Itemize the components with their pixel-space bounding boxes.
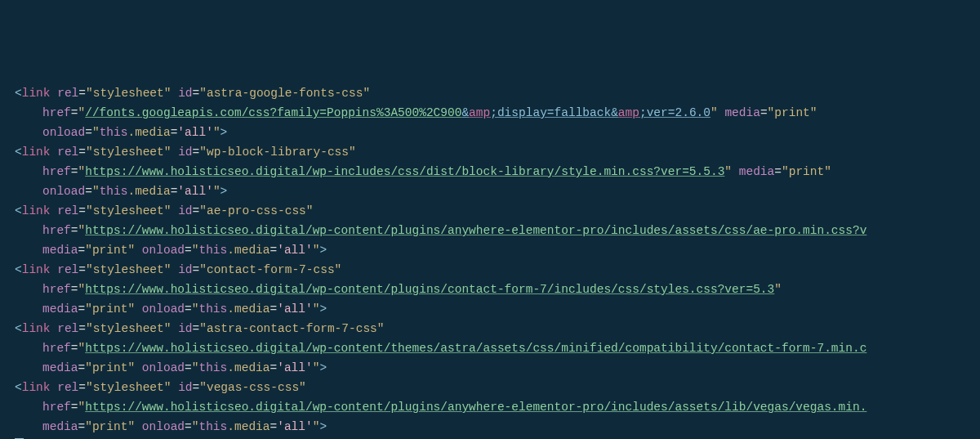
code-line: <link rel="stylesheet" id="wp-block-libr… <box>0 142 980 162</box>
code-line: href="https://www.holisticseo.digital/wp… <box>0 280 980 299</box>
code-line: <link rel="stylesheet" id="ae-pro-css-cs… <box>0 201 980 221</box>
code-line: <link rel="stylesheet" id="astra-contact… <box>0 319 980 338</box>
code-line: href="https://www.holisticseo.digital/wp… <box>0 338 980 358</box>
code-line: <link rel="stylesheet" id="contact-form-… <box>0 260 980 280</box>
code-line: href="https://www.holisticseo.digital/wp… <box>0 397 980 417</box>
code-editor[interactable]: <link rel="stylesheet" id="astra-google-… <box>0 83 980 439</box>
code-line: href="//fonts.googleapis.com/css?family=… <box>0 103 980 123</box>
code-line: media="print" onload="this.media='all'"> <box>0 417 980 437</box>
code-line: href="https://www.holisticseo.digital/wp… <box>0 221 980 240</box>
code-line: media="print" onload="this.media='all'"> <box>0 358 980 378</box>
code-line: media="print" onload="this.media='all'"> <box>0 299 980 319</box>
code-line: href="https://www.holisticseo.digital/wp… <box>0 162 980 181</box>
code-line: <link rel="stylesheet" id="astra-google-… <box>0 83 980 103</box>
code-line: <link rel="stylesheet" id="vegas-css-css… <box>0 378 980 397</box>
code-line: onload="this.media='all'"> <box>0 181 980 201</box>
code-line: media="print" onload="this.media='all'"> <box>0 240 980 260</box>
code-line: onload="this.media='all'"> <box>0 123 980 142</box>
